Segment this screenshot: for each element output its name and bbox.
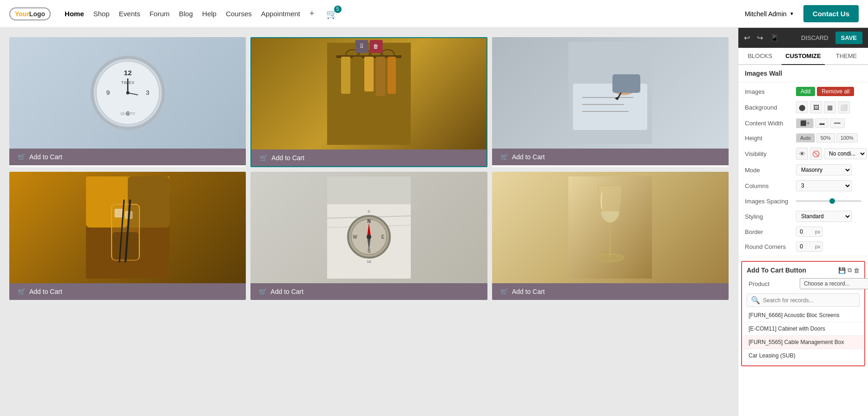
panel-row-images: Images Add Remove all (738, 84, 868, 99)
bg-color-icon[interactable]: ⬤ (796, 101, 808, 113)
divider-2 (738, 256, 868, 256)
user-menu[interactable]: Mitchell Admin ▼ (745, 10, 794, 18)
record-item-furn6666[interactable]: [FURN_6666] Acoustic Bloc Screens (743, 309, 863, 322)
clock-svg: 12 3 6 9 TIMEX QUARTZ (88, 53, 167, 132)
main-container: 12 3 6 9 TIMEX QUARTZ 🛒 Add to Cart (0, 28, 868, 416)
add-to-cart-button-1[interactable]: 🛒 Add to Cart (9, 149, 246, 165)
nav-plus-icon[interactable]: + (309, 9, 315, 19)
search-records[interactable]: 🔍 (747, 293, 860, 307)
add-to-cart-button-2[interactable]: 🛒 Add to Cart (251, 150, 486, 166)
nav-links: Home Shop Events Forum Blog Help Courses… (65, 8, 745, 20)
redo-button[interactable]: ↪ (757, 33, 763, 42)
nav-home[interactable]: Home (65, 10, 84, 18)
card-move-icon[interactable]: ⠿ (355, 40, 368, 53)
nav-events[interactable]: Events (119, 10, 140, 18)
add-to-cart-button-6[interactable]: 🛒 Add to Cart (492, 283, 729, 300)
record-item-furn5565[interactable]: [FURN_5565] Cable Management Box (743, 336, 863, 349)
add-to-cart-button-5[interactable]: 🛒 Add to Cart (250, 283, 487, 300)
spacing-slider[interactable] (796, 200, 861, 202)
add-to-cart-button-3[interactable]: 🛒 Add to Cart (492, 149, 729, 165)
panel-row-mode: Mode Masonry (738, 162, 868, 178)
save-button[interactable]: SAVE (835, 32, 862, 44)
svg-text:12: 12 (124, 69, 132, 77)
nav-courses[interactable]: Courses (226, 10, 252, 18)
width-opt-full[interactable]: ━━ (830, 118, 845, 128)
panel-row-spacing: Images Spacing (738, 194, 868, 208)
columns-select[interactable]: 3 (796, 180, 852, 191)
border-unit: px (813, 229, 822, 234)
tab-blocks[interactable]: BLOCKS (738, 48, 782, 65)
nav-blog[interactable]: Blog (179, 10, 193, 18)
cart-icon-3: 🛒 (500, 153, 508, 161)
add-cart-title-text: Add To Cart Button (747, 266, 806, 274)
undo-button[interactable]: ↩ (744, 33, 750, 42)
slider-thumb[interactable] (829, 198, 835, 204)
bg-shape-icon[interactable]: ⬜ (838, 101, 850, 113)
bg-image-icon[interactable]: 🖼 (810, 101, 822, 113)
svg-rect-17 (388, 57, 396, 94)
corners-input[interactable]: px (796, 241, 823, 252)
logo[interactable]: YourLogo (9, 7, 51, 20)
visibility-show-icon[interactable]: 👁 (796, 148, 808, 160)
border-value[interactable] (796, 227, 813, 236)
height-50[interactable]: 50% (816, 133, 835, 143)
visibility-hide-icon[interactable]: 🚫 (810, 148, 822, 160)
nav-shop[interactable]: Shop (93, 10, 110, 18)
svg-text:E: E (381, 234, 385, 240)
product-card-2: ⠿ 🗑 (250, 37, 487, 167)
card-delete-icon[interactable]: 🗑 (369, 40, 382, 53)
section-delete-icon[interactable]: 🗑 (854, 266, 860, 274)
visibility-select[interactable]: No condi... (824, 148, 867, 159)
product-dropdown[interactable]: Choose a record... ▲ (800, 278, 868, 289)
panel-row-visibility: Visibility 👁 🚫 No condi... (738, 145, 868, 162)
nav-forum[interactable]: Forum (150, 10, 170, 18)
panel-row-background: Background ⬤ 🖼 ▦ ⬜ (738, 99, 868, 116)
section-copy-icon[interactable]: ⧉ (848, 266, 852, 274)
record-item-ecom11[interactable]: [E-COM11] Cabinet with Doors (743, 322, 863, 336)
clothing-svg (327, 43, 411, 145)
svg-rect-15 (364, 57, 374, 91)
height-auto[interactable]: Auto (796, 133, 815, 143)
svg-text:W: W (353, 234, 357, 240)
mode-select[interactable]: Masonry (796, 164, 852, 176)
width-opt-mid[interactable]: ▬ (815, 118, 829, 128)
nav-appointment[interactable]: Appointment (261, 10, 300, 18)
styling-label: Styling (745, 213, 796, 220)
height-100[interactable]: 100% (836, 133, 858, 143)
search-records-input[interactable] (763, 297, 855, 304)
discard-button[interactable]: DISCARD (801, 34, 829, 41)
wine-svg (568, 176, 652, 279)
contact-button[interactable]: Contact Us (803, 5, 859, 22)
record-item-carleasing[interactable]: Car Leasing (SUB) (743, 349, 863, 363)
mobile-preview-icon[interactable]: 📱 (770, 33, 779, 42)
add-to-cart-label-4: Add to Cart (29, 288, 62, 295)
tab-customize[interactable]: CUSTOMIZE (782, 48, 825, 65)
product-card-3: 🛒 Add to Cart (492, 37, 729, 167)
cart-icon-4: 🛒 (18, 288, 26, 295)
styling-select[interactable]: Standard (796, 211, 852, 222)
corners-value[interactable] (796, 242, 813, 251)
add-to-cart-button-4[interactable]: 🛒 Add to Cart (9, 283, 246, 300)
height-label: Height (745, 135, 796, 142)
section-icons: 💾 ⧉ 🗑 (838, 266, 860, 274)
nav-cart[interactable]: 🛒 5 (326, 8, 338, 20)
images-remove-button[interactable]: Remove all (817, 87, 854, 96)
card-controls: ⠿ 🗑 (355, 40, 382, 53)
svg-rect-33 (115, 209, 123, 217)
svg-rect-14 (353, 57, 362, 98)
mode-label: Mode (745, 167, 796, 174)
panel-section-title: Images Wall (738, 65, 868, 80)
images-add-button[interactable]: Add (796, 87, 815, 96)
nav-help[interactable]: Help (202, 10, 217, 18)
tab-theme[interactable]: THEME (825, 48, 868, 65)
panel-top-bar: ↩ ↪ 📱 DISCARD SAVE (738, 28, 868, 48)
border-input[interactable]: px (796, 227, 823, 237)
svg-text:QUARTZ: QUARTZ (120, 111, 135, 116)
product-image-3 (492, 37, 729, 149)
product-grid: 12 3 6 9 TIMEX QUARTZ 🛒 Add to Cart (5, 32, 733, 305)
navbar: YourLogo Home Shop Events Forum Blog Hel… (0, 0, 868, 28)
bg-video-icon[interactable]: ▦ (824, 101, 836, 113)
width-opt-auto[interactable]: ⬛+ (796, 118, 814, 128)
svg-text:3: 3 (145, 89, 149, 96)
section-save-icon[interactable]: 💾 (838, 266, 846, 274)
